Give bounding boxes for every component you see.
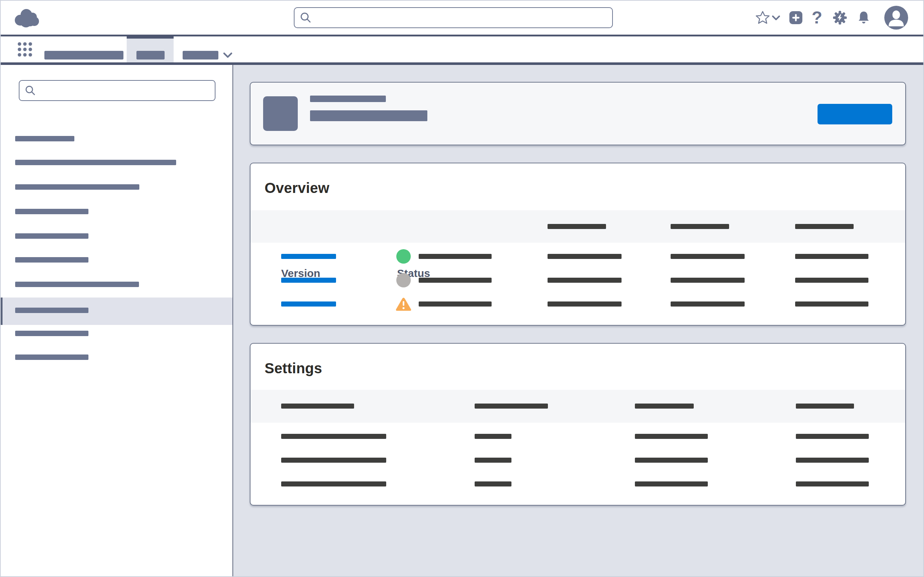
active-tab-accent [127,35,174,39]
cell-placeholder [670,301,745,306]
version-link-placeholder[interactable] [281,254,336,259]
cell-placeholder [281,458,386,463]
setup-sidebar [1,65,233,577]
setup-gear-icon[interactable] [832,10,848,25]
overview-card: Overview Version Status [250,163,906,326]
column-header-placeholder [475,403,548,409]
page-title-placeholder [310,95,386,102]
tab-label-placeholder [136,51,165,60]
settings-title: Settings [265,360,322,377]
status-text-placeholder [419,278,492,283]
sidebar-item[interactable] [1,355,233,360]
status-success-icon [396,249,411,264]
sidebar-item[interactable] [1,136,233,141]
cell-placeholder [796,482,869,487]
column-header-placeholder [670,224,729,229]
cell-placeholder [796,434,869,439]
cell-placeholder [475,434,512,439]
page-subtitle-placeholder [310,110,427,121]
user-avatar[interactable] [884,6,908,29]
primary-action-button[interactable] [817,104,892,124]
cell-placeholder [281,434,386,439]
sidebar-item-label-placeholder [15,136,74,141]
nav-tab[interactable] [44,51,123,60]
sidebar-search [19,80,215,101]
navigation-underline [1,62,923,65]
cell-placeholder [548,254,622,259]
status-text-placeholder [419,301,492,306]
cell-placeholder [795,278,868,283]
selected-item-accent [1,298,3,325]
nav-tab-active[interactable] [127,35,174,62]
column-header-placeholder [635,403,694,409]
status-neutral-icon [396,273,411,287]
notifications-bell-icon[interactable] [857,10,871,25]
cell-placeholder [475,458,512,463]
sidebar-search-input[interactable] [40,82,215,98]
sidebar-item-label-placeholder [15,282,139,287]
global-search-input[interactable] [315,10,612,26]
sidebar-item[interactable] [1,331,233,336]
nav-tab[interactable] [183,51,218,60]
column-header-placeholder [281,403,354,409]
settings-card: Settings [250,343,906,506]
status-text-placeholder [419,254,492,259]
cell-placeholder [795,301,868,306]
global-header: ? [1,1,923,35]
sidebar-item-label-placeholder [15,355,89,360]
global-search [294,7,613,28]
cloud-logo [11,7,42,28]
sidebar-item-label-placeholder [15,257,89,263]
cell-placeholder [548,301,622,306]
column-header-placeholder [795,224,854,229]
column-header-placeholder [796,403,854,409]
sidebar-item[interactable] [1,233,233,239]
sidebar-item-selected[interactable] [1,298,233,325]
version-link-placeholder[interactable] [281,278,336,283]
status-warning-icon [395,297,412,311]
cell-placeholder [635,482,708,487]
sidebar-item-label-placeholder [15,233,89,239]
sidebar-item[interactable] [1,160,233,165]
cell-placeholder [635,458,708,463]
page-header-card [250,82,906,145]
sidebar-item-label-placeholder [15,308,89,313]
app-launcher-waffle-icon[interactable] [17,42,32,57]
cell-placeholder [670,278,745,283]
cell-placeholder [796,458,869,463]
sidebar-item[interactable] [1,209,233,214]
favorites-star-icon[interactable] [756,11,770,24]
entity-icon [263,96,298,131]
quick-actions-plus-icon[interactable] [789,11,802,24]
global-actions: ? [756,1,908,35]
cell-placeholder [475,482,512,487]
cell-placeholder [635,434,708,439]
version-link-placeholder[interactable] [281,301,336,306]
sidebar-item[interactable] [1,257,233,263]
cell-placeholder [795,254,868,259]
cell-placeholder [548,278,622,283]
navigation-bar [1,36,923,62]
nav-tab-chevron-down-icon[interactable] [223,52,233,58]
sidebar-item[interactable] [1,184,233,190]
sidebar-item-label-placeholder [15,209,89,214]
column-header-placeholder [548,224,606,229]
sidebar-item-label-placeholder [15,331,89,336]
help-icon[interactable]: ? [812,9,822,26]
cell-placeholder [670,254,745,259]
favorites-chevron-down-icon[interactable] [772,15,780,21]
app-window: ? [0,0,924,577]
overview-title: Overview [265,180,330,196]
search-icon [300,11,312,24]
cell-placeholder [281,482,386,487]
sidebar-item-label-placeholder [15,184,139,190]
search-icon [24,85,36,96]
sidebar-item-label-placeholder [15,160,176,165]
sidebar-item[interactable] [1,282,233,287]
